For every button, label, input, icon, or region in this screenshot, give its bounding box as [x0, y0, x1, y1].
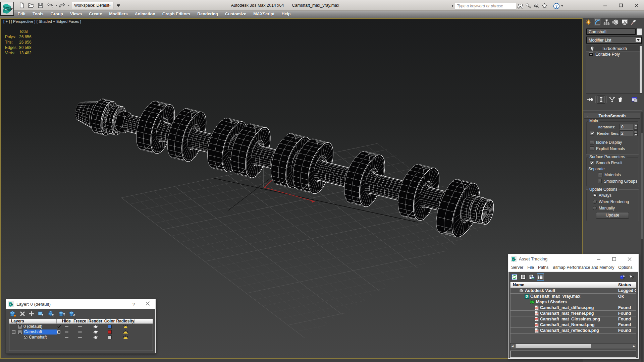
layer-col-layers[interactable]: Layers	[9, 319, 57, 323]
smooth-result-checkbox[interactable]	[590, 161, 594, 165]
viewport-label[interactable]: [ + ] [ Perspective ] [ Shaded + Edged F…	[3, 19, 81, 23]
layer-col-render[interactable]: Render	[88, 319, 103, 323]
layer-color-swatch[interactable]	[103, 324, 116, 329]
stack-item-turbosmooth[interactable]: TurboSmooth	[586, 46, 642, 52]
asset-close-icon[interactable]	[628, 257, 632, 261]
object-name-field[interactable]: Camshaft	[586, 28, 636, 35]
asset-scroll-thumb[interactable]	[516, 344, 591, 348]
layer-freeze-toggle[interactable]	[72, 329, 88, 335]
layer-settings-button[interactable]	[69, 310, 76, 317]
undo-button[interactable]	[46, 1, 54, 9]
help-dropdown-icon[interactable]	[560, 5, 564, 7]
asset-list-view-button[interactable]	[519, 273, 527, 281]
asset-row-camshaft-max-vray-max[interactable]: 3Camshaft_max_vray.maxOk	[511, 294, 636, 299]
asset-row-autodesk-vault[interactable]: Autodesk VaultLogged O	[511, 288, 636, 294]
layer-row-0-default-[interactable]: 0 (default)	[9, 324, 153, 329]
tab-hierarchy[interactable]	[603, 18, 610, 26]
materials-checkbox[interactable]	[598, 173, 602, 177]
redo-button[interactable]	[58, 1, 67, 9]
layer-col-empty[interactable]	[57, 319, 61, 323]
help-icon[interactable]: ?	[552, 2, 560, 10]
menu-create[interactable]: Create	[86, 11, 106, 18]
remove-modifier-button[interactable]	[616, 96, 624, 104]
app-button[interactable]	[0, 2, 14, 16]
menu-tools[interactable]: Tools	[29, 11, 47, 18]
asset-refresh-button[interactable]	[511, 273, 518, 281]
menu-customize[interactable]: Customize	[221, 11, 250, 18]
layer-col-hide[interactable]: Hide	[61, 319, 72, 323]
highlight-layer-button[interactable]	[48, 310, 55, 317]
layer-col-color[interactable]: Color	[103, 319, 116, 323]
layer-color-swatch[interactable]	[103, 329, 116, 335]
render-iters-spinner[interactable]	[634, 130, 638, 136]
stack-item-editable-poly[interactable]: Editable Poly	[586, 52, 642, 57]
tab-motion[interactable]	[612, 18, 619, 26]
layer-freeze-toggle[interactable]	[72, 324, 88, 329]
menu-animation[interactable]: Animation	[131, 11, 159, 18]
show-end-result-button[interactable]	[597, 96, 605, 104]
layer-freeze-toggle[interactable]	[72, 335, 88, 340]
rollout-header[interactable]: - TurboSmooth	[584, 113, 640, 119]
smoothing-groups-checkbox[interactable]	[598, 179, 602, 183]
undo-dropdown[interactable]	[55, 1, 57, 9]
key-icon[interactable]	[524, 2, 532, 10]
menu-modifiers[interactable]: Modifiers	[106, 11, 131, 18]
menu-views[interactable]: Views	[67, 11, 86, 18]
tab-modify[interactable]	[594, 18, 601, 26]
layer-hide-toggle[interactable]	[61, 329, 72, 335]
modifier-list-arrow[interactable]	[635, 38, 641, 43]
layer-name-text[interactable]: Camshaft	[29, 335, 47, 340]
panel-scrollbar[interactable]	[641, 112, 643, 362]
bulb-icon[interactable]	[590, 46, 594, 51]
asset-scroll-right-icon[interactable]: ►	[632, 344, 636, 348]
search-icon[interactable]	[516, 2, 524, 10]
search-input[interactable]: Type a keyword or phrase	[455, 3, 516, 9]
menu-group[interactable]: Group	[47, 11, 67, 18]
menu-edit[interactable]: Edit	[14, 11, 29, 18]
layer-hide-toggle[interactable]	[61, 324, 72, 329]
layer-render-toggle[interactable]	[88, 335, 103, 340]
delete-layer-button[interactable]	[19, 311, 25, 317]
explicit-normals-checkbox[interactable]	[590, 146, 594, 151]
plus-box-icon[interactable]	[589, 52, 593, 56]
layer-col-empty[interactable]	[135, 319, 153, 323]
maximize-button[interactable]	[615, 1, 626, 10]
tab-create[interactable]	[585, 18, 592, 26]
asset-row-camshaft-mat-diffuse-png[interactable]: PNGCamshaft_mat_diffuse.pngFound	[511, 305, 636, 311]
search-go-icon[interactable]	[451, 2, 455, 9]
redo-dropdown[interactable]	[67, 1, 70, 9]
communication-center-icon[interactable]	[532, 2, 540, 10]
layer-name-text[interactable]: Camshaft	[23, 329, 57, 335]
asset-row-camshaft-mat-glossines-png[interactable]: PNGCamshaft_mat_Glossines.pngFound	[511, 316, 636, 322]
layer-titlebar[interactable]: Layer: 0 (default) ?	[6, 299, 155, 309]
menu-help[interactable]: Help	[278, 11, 294, 18]
asset-col-status[interactable]: Status	[616, 282, 636, 288]
modifier-stack-scrollbar[interactable]	[640, 46, 642, 93]
favorites-star-icon[interactable]	[540, 2, 548, 10]
rollout-collapse-icon[interactable]: -	[587, 114, 588, 118]
save-file-button[interactable]	[36, 1, 45, 9]
asset-maximize-icon[interactable]	[612, 257, 616, 261]
pin-stack-button[interactable]	[586, 96, 594, 104]
minimize-button[interactable]	[599, 1, 610, 10]
menu-rendering[interactable]: Rendering	[194, 11, 222, 18]
asset-row-maps-shaders[interactable]: Maps / Shaders	[511, 299, 636, 305]
layer-color-swatch[interactable]	[103, 335, 116, 340]
radio-always[interactable]	[593, 193, 597, 197]
asset-menu-file[interactable]: File	[527, 265, 534, 270]
layer-current-cell[interactable]	[57, 335, 61, 340]
qat-overflow-button[interactable]	[115, 2, 121, 9]
layer-col-freeze[interactable]: Freeze	[72, 319, 88, 323]
asset-table-view-button[interactable]	[537, 273, 544, 281]
configure-modifier-sets-button[interactable]	[631, 96, 639, 104]
iterations-field[interactable]: 0	[620, 124, 633, 130]
workspace-dropdown[interactable]: Workspace: Default ▾	[72, 2, 113, 9]
layer-properties-button[interactable]	[58, 310, 66, 317]
layer-row-camshaft[interactable]: Camshaft	[9, 335, 153, 340]
layer-current-cell[interactable]	[57, 324, 61, 329]
isoline-checkbox[interactable]	[590, 140, 594, 144]
layer-render-toggle[interactable]	[88, 324, 103, 329]
layer-radiosity-toggle[interactable]	[116, 324, 135, 329]
new-file-button[interactable]	[17, 1, 26, 9]
asset-menu-server[interactable]: Server	[511, 265, 523, 270]
